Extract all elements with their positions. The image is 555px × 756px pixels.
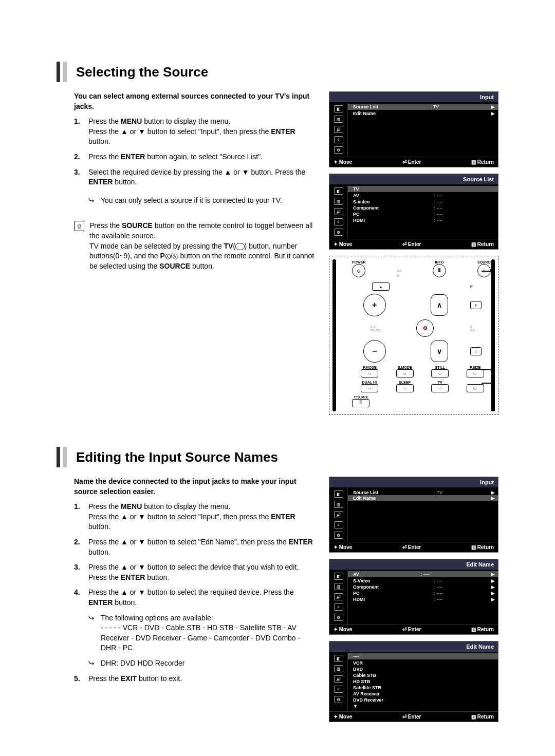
manual-section: Selecting the Source You can select amon… xyxy=(57,62,498,421)
remote-mode-button: ▭ xyxy=(361,384,378,392)
tv-button-icon: ▢ xyxy=(467,384,484,392)
osd-row: S-video: ---- xyxy=(353,199,495,205)
osd-category-icon: ◧ xyxy=(334,655,343,662)
osd-row: DVD Receiver xyxy=(353,697,495,703)
osd-title: Source List xyxy=(329,174,498,184)
osd-category-icon: 🔊 xyxy=(334,593,343,600)
remote-label-power: POWER xyxy=(352,260,365,264)
osd-category-icons: ◧▥🔊✧⚙ xyxy=(329,652,348,711)
mute-button-icon: 🔇 xyxy=(416,319,434,337)
remote-mode-button: ▭ xyxy=(396,369,414,377)
osd-category-icons: ◧▥🔊✧⚙ xyxy=(329,487,348,542)
remote-mode-button: ▭ xyxy=(396,384,414,392)
osd-row: PC: ----▶ xyxy=(353,590,495,596)
osd-category-icon: ▥ xyxy=(334,501,343,508)
osd-title: Input xyxy=(329,477,498,487)
instruction-step: 5.Press the EXIT button to exit. xyxy=(74,674,317,684)
instruction-step: 2.Press the ▲ or ▼ button to select "Edi… xyxy=(74,537,317,557)
osd-row: VCR xyxy=(353,660,495,666)
osd-category-icon: ✧ xyxy=(334,603,343,611)
osd-row: Cable STB xyxy=(353,672,495,678)
osd-row: Component: ---- xyxy=(353,205,495,211)
list-button-icon: ☰ xyxy=(470,347,482,355)
channel-down-icon: ∨ xyxy=(431,341,448,362)
remote-icon: ⎙ xyxy=(74,221,84,231)
osd-category-icon: ◧ xyxy=(334,573,343,580)
instruction-step: 1.Press the MENU button to display the m… xyxy=(74,502,317,532)
remote-label-source: SOURCE xyxy=(477,260,493,264)
osd-category-icons: ◧▥🔊✧⚙ xyxy=(329,570,348,624)
volume-up-icon: + xyxy=(363,294,386,316)
osd-category-icon: ⚙ xyxy=(334,532,343,539)
osd-category-icon: ◧ xyxy=(334,187,343,195)
osd-category-icon: 🔊 xyxy=(334,126,343,133)
osd-row: Component: ----▶ xyxy=(353,584,495,590)
info-button-icon: ≣ xyxy=(433,264,446,277)
osd-category-icon: 🔊 xyxy=(334,511,343,518)
volume-down-icon: − xyxy=(363,340,386,363)
osd-title: Edit Name xyxy=(329,559,498,570)
section-title: Editing the Input Source Names xyxy=(76,449,278,465)
guide-button-icon: ⎘ xyxy=(470,301,482,309)
osd-panel: Input ◧▥🔊✧⚙ Source List: TV▶Edit Name▶ ✦… xyxy=(329,477,498,553)
osd-category-icon: ⚙ xyxy=(334,229,343,236)
remote-diagram: POWER⏻ ○○○ INFO≣ SOURCE⎘ ▲ P + ∧ ⎘ ○ ○○○… xyxy=(329,256,498,415)
osd-panel: Source List ◧▥🔊✧⚙ TVAV: ----S-video: ---… xyxy=(329,174,498,250)
osd-footer-hints: ✦ Move⏎ Enter▥ Return xyxy=(329,542,498,552)
heading-accent-bars xyxy=(57,62,67,82)
instruction-step: 4.Press the ▲ or ▼ button to select the … xyxy=(74,588,317,608)
instruction-step: 3.Press the ▲ or ▼ button to select the … xyxy=(74,562,317,582)
remote-mode-button: ▭ xyxy=(431,384,449,392)
remote-tip: ⎙Press the SOURCE button on the remote c… xyxy=(74,221,317,271)
osd-row: PC: ---- xyxy=(353,211,495,217)
manual-section: Editing the Input Source Names Name the … xyxy=(57,447,498,728)
osd-category-icon: ✧ xyxy=(334,521,343,528)
osd-row: AV: ---- xyxy=(353,193,495,199)
instruction-step: 3.Select the required device by pressing… xyxy=(74,167,317,187)
osd-more-indicator: ▼ xyxy=(353,703,495,709)
section-title: Selecting the Source xyxy=(76,64,208,80)
osd-category-icon: ▥ xyxy=(334,198,343,205)
osd-row-selected: Source List: TV▶ xyxy=(348,104,498,110)
power-button-icon: ⏻ xyxy=(352,264,365,277)
osd-category-icon: ✧ xyxy=(334,218,343,225)
osd-footer-hints: ✦ Move⏎ Enter▥ Return xyxy=(329,711,498,722)
heading-accent-bars xyxy=(57,447,67,467)
osd-row-selected: AV: ----▶ xyxy=(348,571,498,577)
osd-row: S-Video: ----▶ xyxy=(353,578,495,584)
osd-category-icon: ▥ xyxy=(334,583,343,590)
osd-category-icons: ◧▥🔊✧⚙ xyxy=(329,184,348,239)
osd-row-selected: Edit Name▶ xyxy=(348,495,498,501)
osd-category-icon: ▥ xyxy=(334,116,343,123)
osd-row: DVD xyxy=(353,666,495,672)
osd-row-selected: TV xyxy=(348,186,498,192)
osd-panel: Edit Name ◧▥🔊✧⚙ ----VCRDVDCable STBHD ST… xyxy=(329,641,498,722)
instruction-subnote: The following options are available:- - … xyxy=(88,613,317,653)
osd-row: HDMI: ----▶ xyxy=(353,596,495,602)
remote-mode-button: ▭ xyxy=(431,369,449,377)
osd-category-icon: ◧ xyxy=(334,105,343,112)
osd-footer-hints: ✦ Move⏎ Enter▥ Return xyxy=(329,624,498,634)
osd-category-icon: ⚙ xyxy=(334,696,343,703)
osd-row: Satellite STB xyxy=(353,685,495,691)
osd-row-selected: ---- xyxy=(348,653,498,659)
osd-title: Input xyxy=(329,92,498,102)
osd-category-icons: ◧▥🔊✧⚙ xyxy=(329,102,348,157)
osd-category-icon: ◧ xyxy=(334,490,343,498)
osd-row: AV Receiver xyxy=(353,691,495,697)
osd-category-icon: ⚙ xyxy=(334,146,343,154)
ttx-button-icon: ≣ xyxy=(352,399,369,407)
osd-category-icon: ▥ xyxy=(334,665,343,672)
section-intro: Name the device connected to the input j… xyxy=(74,477,317,497)
osd-row: HDMI: ---- xyxy=(353,217,495,223)
instruction-step: 1.Press the MENU button to display the m… xyxy=(74,117,317,147)
instruction-step: 2.Press the ENTER button again, to selec… xyxy=(74,152,317,162)
osd-category-icon: ✧ xyxy=(334,686,343,693)
osd-row: Edit Name▶ xyxy=(353,110,495,117)
osd-category-icon: 🔊 xyxy=(334,675,343,683)
step-note: You can only select a source if it is co… xyxy=(88,196,317,206)
remote-mode-button: ▭ xyxy=(467,369,484,377)
osd-panel: Input ◧▥🔊✧⚙ Source List: TV▶Edit Name▶ ✦… xyxy=(329,91,498,167)
osd-row: HD STB xyxy=(353,678,495,685)
osd-panel: Edit Name ◧▥🔊✧⚙ AV: ----▶S-Video: ----▶C… xyxy=(329,559,498,635)
